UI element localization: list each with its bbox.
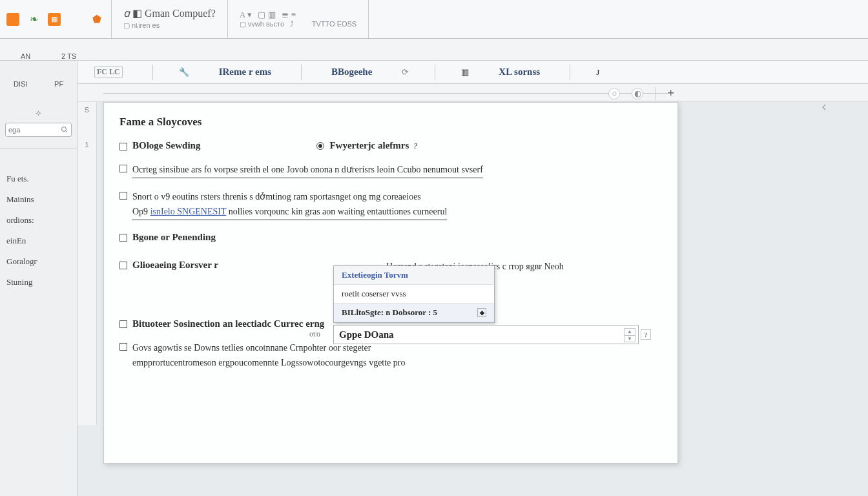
row1-radio-label: Fwyerterjc alefmrs	[329, 140, 409, 151]
help-icon[interactable]: ?	[641, 329, 651, 340]
dropdown-option-active[interactable]: BILltoSgte: в Dobsoror : 5 ◆	[334, 304, 494, 322]
checkbox[interactable]	[119, 165, 127, 172]
vertical-ruler: S 1	[78, 102, 97, 425]
spinner-control[interactable]: ▲▼	[624, 328, 636, 342]
status-ribbon: AN 2 TS	[0, 39, 868, 61]
left-sidebar: DISI PF ✧ ega Fu ets. Mainins ordions: e…	[0, 61, 78, 496]
dropdown-option[interactable]: roetit coserser vvss	[334, 285, 494, 304]
leaf-icon[interactable]: ❧	[26, 12, 41, 27]
document-page: Fame a Sloycoves BOloge Sewding Fwyerter…	[103, 102, 678, 464]
panel-icon[interactable]: ▥	[461, 67, 469, 77]
collapse-chevron-icon[interactable]	[819, 102, 829, 114]
checkbox[interactable]	[119, 262, 127, 269]
radio[interactable]	[316, 142, 324, 150]
new-tab-button[interactable]: +	[667, 87, 674, 100]
row3-link[interactable]: isnIelo SNGENESIT	[150, 207, 227, 216]
format-label: vvwh вьсто	[248, 20, 284, 28]
dropdown-header: Extetieogin Torvm	[334, 266, 494, 285]
row1-label: BOloge Sewding	[132, 140, 200, 151]
sidebar-search[interactable]: ega	[5, 123, 72, 137]
app-toolbar: ❧ ▦ ⬟ ɑ ◧ Gman Compuef? ▢ nเiren es A ▾ …	[0, 0, 868, 39]
row3-text-b: Op9 isnIelo SNGENESIT nollies vorqounc k…	[132, 205, 447, 220]
tab-strip: ○ ◐ +	[78, 84, 868, 102]
wrench-icon[interactable]: 🔧	[179, 67, 189, 77]
spinner-icon[interactable]: ◆	[477, 308, 486, 317]
tab-sorns[interactable]: XL sornss	[495, 61, 544, 83]
row4-label: Bgone or Penending	[132, 232, 216, 243]
sidebar-item[interactable]: Stuning	[0, 272, 77, 293]
row6-label: Bituoteer Sosinection an leectiadc Curre…	[132, 318, 324, 329]
checkbox[interactable]	[119, 234, 127, 242]
ribbon-tabs: FC LC 🔧 IReme r ems BBogeehe ⟳ ▥ XL sorn…	[78, 61, 868, 84]
calendar-icon[interactable]: ▦	[48, 13, 61, 26]
app-icon[interactable]	[6, 13, 19, 26]
quick-launch-group: ❧ ▦ ⬟	[0, 0, 112, 38]
sidebar-item[interactable]: Fu ets.	[0, 169, 77, 189]
app-subtitle: nเiren es	[132, 21, 160, 29]
document-area: FC LC 🔧 IReme r ems BBogeehe ⟳ ▥ XL sorn…	[78, 61, 868, 496]
pick-icon[interactable]: ⬟	[89, 12, 105, 27]
status-ribbon-left: AN 2 TS	[0, 39, 97, 60]
text-field[interactable]: Gppe DOana ▲▼ ?	[333, 325, 639, 344]
dropdown-popup[interactable]: Extetieogin Torvm roetit coserser vvss B…	[333, 265, 495, 323]
row2-text: Ocrteg sinsibue ars fo vorpse sreith el …	[132, 163, 483, 178]
row5-label: Glioeaeing Eorsver r	[132, 260, 218, 271]
search-icon	[61, 126, 68, 134]
j-icon[interactable]: J	[596, 67, 599, 78]
checkbox[interactable]	[119, 343, 127, 351]
tab-controls: ○ ◐ +	[608, 87, 674, 100]
expand-icon[interactable]: ✧	[35, 108, 42, 118]
circle-button-1[interactable]: ○	[608, 88, 620, 99]
checkbox[interactable]	[119, 143, 127, 150]
tab-fc[interactable]: FC LC	[90, 61, 127, 83]
blank-icon[interactable]	[67, 12, 83, 27]
field-small-label: отo	[309, 329, 320, 339]
workspace: DISI PF ✧ ega Fu ets. Mainins ordions: e…	[0, 61, 868, 496]
sidebar-item[interactable]: ordions:	[0, 210, 77, 231]
checkbox[interactable]	[119, 320, 127, 328]
checkbox[interactable]	[119, 192, 127, 200]
row7b: empprortucentromeson ergpoucomennte Logs…	[132, 356, 406, 371]
tab-boge[interactable]: BBogeehe	[327, 61, 376, 83]
field-value: Gppe DOana	[339, 329, 394, 340]
page-heading: Fame a Sloycoves	[119, 116, 662, 129]
format-block: A ▾ ▢ ▥ ≣ ≡ ▢ vvwh вьсто ⤴ TVTTO EOSS	[228, 0, 369, 38]
row3-text-a: Snort o v9 eoutins rsters threnis s dởmt…	[132, 190, 447, 205]
circle-button-2[interactable]: ◐	[632, 88, 643, 99]
tab-reme[interactable]: IReme r ems	[215, 61, 275, 83]
svg-point-0	[62, 127, 67, 132]
svg-line-1	[66, 131, 68, 133]
sidebar-item[interactable]: Mainins	[0, 189, 77, 210]
app-title: Gman Compuef?	[145, 8, 216, 19]
title-block: ɑ ◧ Gman Compuef? ▢ nเiren es	[112, 0, 228, 38]
refresh-icon[interactable]: ⟳	[402, 67, 409, 77]
sidebar-item[interactable]: einEn	[0, 231, 77, 251]
search-placeholder: ega	[8, 126, 20, 134]
sidebar-item[interactable]: Goralogг	[0, 251, 77, 272]
